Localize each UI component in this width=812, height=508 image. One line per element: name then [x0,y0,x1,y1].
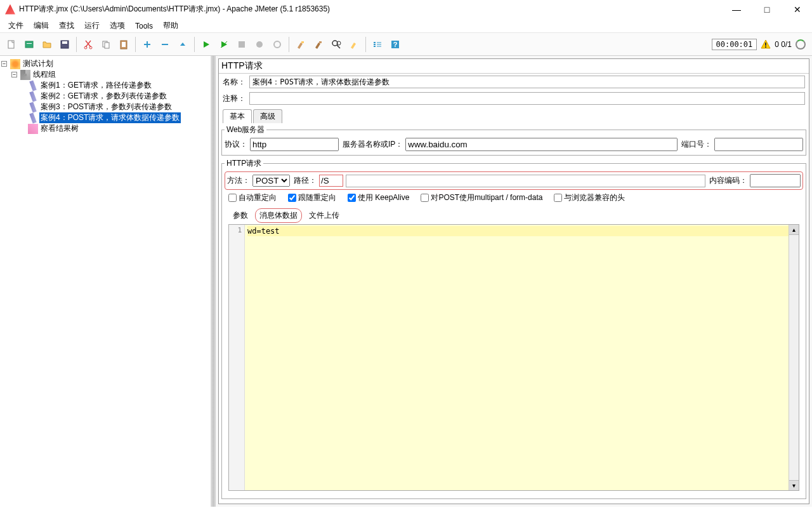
http-legend: HTTP请求 [225,158,263,169]
elapsed-timer: 00:00:01 [712,39,757,50]
comment-field[interactable] [249,92,805,105]
encoding-field[interactable] [750,174,801,187]
titlebar: HTTP请求.jmx (C:\Users\Admin\Documents\HTT… [0,0,812,19]
http-options: 自动重定向 跟随重定向 使用 KeepAlive 对POST使用multipar… [225,190,803,206]
data-tabs: 参数 消息体数据 文件上传 [228,208,799,223]
tree-thread-group[interactable]: − 线程组 [1,69,213,80]
menu-options[interactable]: 选项 [105,19,129,32]
svg-rect-10 [122,42,126,47]
svg-rect-14 [301,41,304,43]
menu-help[interactable]: 帮助 [159,19,183,32]
app-icon [5,4,15,15]
paste-icon[interactable] [116,37,131,52]
collapse-icon[interactable] [157,37,173,52]
server-field[interactable] [405,138,678,151]
function-helper-icon[interactable] [370,37,385,52]
menu-run[interactable]: 运行 [80,19,104,32]
tab-advanced[interactable]: 高级 [253,109,282,123]
start-icon[interactable] [199,37,214,52]
search-icon[interactable] [329,37,344,52]
menu-edit[interactable]: 编辑 [29,19,53,32]
shutdown-icon[interactable] [252,37,267,52]
copy-icon[interactable] [98,37,114,52]
chk-auto[interactable]: 自动重定向 [228,192,277,203]
svg-rect-18 [374,42,376,43]
tree-root[interactable]: − 测试计划 [1,58,213,69]
save-icon[interactable] [57,37,72,52]
collapse-toggle[interactable]: − [1,61,7,67]
help-icon[interactable]: ? [388,37,403,52]
expand-icon[interactable] [140,37,155,52]
tree-item[interactable]: 案例2：GET请求，参数列表传递参数 [1,91,213,102]
threadgroup-icon [20,70,30,80]
minimize-button[interactable]: — [727,4,746,15]
results-tree-icon [28,124,38,134]
tree-item-selected[interactable]: 案例4：POST请求，请求体数据传递参数 [1,112,213,123]
svg-rect-23 [765,43,766,46]
thread-count: 0 0/1 [775,40,792,49]
activity-indicator [796,39,806,50]
port-field[interactable] [714,138,803,151]
tree-item[interactable]: 察看结果树 [1,123,213,134]
scrollbar[interactable]: ▴ ▾ [789,225,799,490]
open-icon[interactable] [39,37,55,52]
panel-title: HTTP请求 [219,59,809,74]
tab-body-data[interactable]: 消息体数据 [255,208,302,223]
menu-file[interactable]: 文件 [4,19,28,32]
new-icon[interactable] [4,37,19,52]
method-select[interactable]: POST [252,175,290,187]
toggle-icon[interactable] [175,37,190,52]
warning-icon[interactable] [761,39,771,50]
body-editor[interactable]: 1 wd=test ▴ ▾ [228,224,799,491]
body-text[interactable]: wd=test [245,225,799,490]
svg-rect-15 [319,41,322,43]
tab-params[interactable]: 参数 [228,208,252,223]
menu-tools[interactable]: Tools [131,20,157,32]
svg-rect-20 [374,46,376,47]
tree-label: 案例3：POST请求，参数列表传递参数 [39,102,173,112]
tab-files[interactable]: 文件上传 [304,208,344,223]
chk-keepalive[interactable]: 使用 KeepAlive [348,192,409,203]
line-gutter: 1 [229,225,245,490]
tree-item[interactable]: 案例1：GET请求，路径传递参数 [1,80,213,91]
scroll-down-icon[interactable]: ▾ [789,480,799,490]
path-field[interactable] [319,175,343,187]
protocol-field[interactable] [250,138,339,151]
collapse-toggle[interactable]: − [11,72,17,77]
clear-all-icon[interactable] [311,37,326,52]
reset-search-icon[interactable] [346,37,362,52]
method-label: 方法： [227,175,250,186]
testplan-icon [10,59,20,69]
config-tabs: 基本 高级 [223,109,805,123]
http-sampler-icon [29,80,36,91]
port-label: 端口号： [681,139,712,150]
svg-point-12 [256,41,263,48]
cut-icon[interactable] [81,37,96,52]
scroll-up-icon[interactable]: ▴ [789,225,799,235]
tab-basic[interactable]: 基本 [223,109,252,123]
stop-icon[interactable] [234,37,249,52]
name-field[interactable] [249,76,805,88]
svg-rect-0 [8,41,14,48]
separator [76,37,77,52]
http-request-panel: HTTP请求 名称： 注释： 基本 高级 Web服务器 协议： 服务器名称或IP… [218,58,809,504]
tree-label: 测试计划 [22,58,55,69]
separator [289,37,289,52]
remote-stop-icon[interactable] [270,37,285,52]
maximize-button[interactable]: □ [757,4,776,15]
comment-label: 注释： [223,93,246,104]
close-button[interactable]: ✕ [788,4,807,15]
chk-follow[interactable]: 跟随重定向 [288,192,336,203]
test-plan-tree[interactable]: − 测试计划 − 线程组 案例1：GET请求，路径传递参数 案例2：GET请求，… [0,56,216,507]
templates-icon[interactable] [22,37,37,52]
svg-rect-11 [239,41,245,48]
tree-item[interactable]: 案例3：POST请求，参数列表传递参数 [1,102,213,112]
path-field-rest[interactable] [346,175,705,187]
menu-search[interactable]: 查找 [55,19,79,32]
separator [135,37,136,52]
clear-icon[interactable] [293,37,308,52]
chk-multipart[interactable]: 对POST使用multipart / form-data [421,192,542,203]
chk-browser[interactable]: 与浏览器兼容的头 [554,192,625,203]
svg-point-13 [274,41,280,48]
start-no-timers-icon[interactable] [216,37,232,52]
